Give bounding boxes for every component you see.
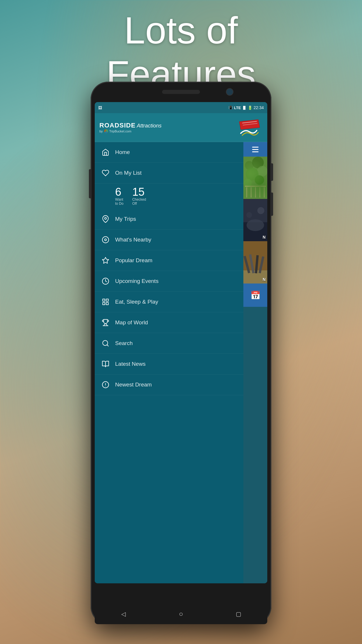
status-left: 🖼	[98, 106, 102, 110]
on-my-list-label: On My List	[115, 170, 142, 176]
menu-item-search[interactable]: Search	[95, 333, 243, 354]
svg-point-5	[105, 239, 107, 241]
svg-point-32	[247, 219, 264, 231]
vibrate-icon: 📳	[229, 106, 233, 110]
latest-news-label: Latest News	[115, 361, 146, 367]
road-sign-logo	[236, 117, 263, 138]
want-to-do-count: 6	[115, 186, 121, 197]
checked-off-stat: 15 Checked Off	[132, 186, 146, 206]
svg-point-19	[252, 157, 264, 168]
menu-item-home[interactable]: Home	[95, 142, 243, 163]
menu-item-eat-sleep-play[interactable]: Eat, Sleep & Play	[95, 292, 243, 312]
svg-rect-25	[246, 187, 247, 197]
signal-text: LTE	[234, 106, 241, 110]
logo-main: ROADSIDE Attractions	[99, 122, 161, 129]
logo-attractions-text: Attractions	[137, 123, 161, 129]
svg-rect-26	[251, 187, 252, 197]
phone-button-left	[89, 169, 91, 198]
menu-item-popular-dream[interactable]: Popular Dream	[95, 250, 243, 271]
svg-rect-11	[106, 302, 108, 305]
hamburger-button[interactable]	[243, 142, 267, 157]
status-bar: 🖼 📳 LTE ▐▌ 🔋 22:34	[95, 102, 267, 113]
status-image-icon: 🖼	[98, 106, 102, 110]
menu-item-map-of-world[interactable]: Map of World	[95, 312, 243, 333]
phone-device: 🖼 📳 LTE ▐▌ 🔋 22:34 ROADSIDE Attractions …	[91, 82, 271, 624]
home-icon	[101, 147, 110, 157]
eat-sleep-play-label: Eat, Sleep & Play	[115, 299, 158, 305]
nav-recents-button[interactable]	[233, 608, 244, 620]
logo-roadside-text: ROADSIDE	[99, 122, 136, 129]
svg-point-34	[246, 212, 252, 218]
photo-thumb-2[interactable]: N	[243, 199, 267, 241]
menu-item-my-trips[interactable]: My Trips	[95, 209, 243, 230]
tripbucket-text: TripBucket.com	[109, 130, 131, 133]
menu-panel: Home On My List 6 Want to Do	[95, 142, 243, 583]
map-of-world-label: Map of World	[115, 319, 148, 326]
svg-point-21	[246, 168, 259, 181]
app-logo: ROADSIDE Attractions by TripBucket.com	[99, 122, 161, 133]
calendar-icon: 📅	[250, 290, 261, 300]
status-time: 22:34	[254, 105, 264, 110]
whats-nearby-label: What's Nearby	[115, 237, 151, 243]
battery-icon: 🔋	[248, 106, 252, 110]
svg-point-3	[105, 217, 107, 219]
my-trips-label: My Trips	[115, 216, 136, 222]
checked-off-count: 15	[132, 186, 145, 197]
map-pin-icon	[101, 214, 110, 224]
photo-thumb-1[interactable]	[243, 157, 267, 199]
info-icon	[101, 380, 110, 390]
phone-screen: 🖼 📳 LTE ▐▌ 🔋 22:34 ROADSIDE Attractions …	[95, 102, 267, 583]
nav-home-button[interactable]	[175, 608, 187, 620]
star-icon	[101, 256, 110, 265]
hamburger-line-2	[252, 149, 259, 150]
photo-thumb-3[interactable]: N	[243, 241, 267, 284]
phone-nav-bar	[95, 604, 267, 624]
svg-point-4	[102, 237, 109, 243]
svg-point-33	[257, 207, 264, 214]
status-right: 📳 LTE ▐▌ 🔋 22:34	[229, 105, 264, 110]
right-panel: N N 📅	[243, 142, 267, 583]
svg-rect-17	[243, 157, 267, 199]
search-icon	[101, 338, 110, 348]
photo-2-letter: N	[263, 235, 266, 239]
svg-rect-27	[255, 187, 256, 197]
on-my-list-stats: 6 Want to Do 15 Checked Off	[95, 183, 243, 209]
menu-item-newest-dream[interactable]: Newest Dream	[95, 374, 243, 395]
logo-byline: by TripBucket.com	[99, 129, 161, 133]
svg-rect-24	[245, 186, 266, 187]
menu-item-latest-news[interactable]: Latest News	[95, 354, 243, 374]
calendar-button[interactable]: 📅	[243, 284, 267, 307]
screen-content: Home On My List 6 Want to Do	[95, 142, 267, 583]
svg-line-13	[107, 345, 108, 346]
globe-icon	[104, 129, 108, 133]
search-label: Search	[115, 340, 133, 346]
svg-rect-8	[103, 299, 105, 301]
svg-rect-10	[103, 302, 105, 305]
upcoming-events-label: Upcoming Events	[115, 278, 159, 284]
svg-point-18	[245, 161, 254, 170]
phone-camera	[226, 88, 233, 96]
phone-speaker	[162, 90, 200, 94]
hamburger-line-3	[252, 151, 259, 152]
want-to-do-stat: 6 Want to Do	[115, 186, 124, 206]
by-text: by	[99, 130, 103, 133]
menu-item-whats-nearby[interactable]: What's Nearby	[95, 230, 243, 250]
photo-3-letter: N	[263, 277, 266, 282]
want-to-do-label: Want to Do	[115, 197, 124, 206]
svg-rect-28	[259, 187, 260, 197]
signal-bars: ▐▌	[242, 106, 247, 109]
home-label: Home	[115, 149, 130, 155]
phone-button-right	[271, 163, 273, 181]
hamburger-icon	[252, 147, 259, 152]
svg-rect-29	[264, 187, 265, 197]
menu-item-upcoming-events[interactable]: Upcoming Events	[95, 271, 243, 292]
svg-rect-9	[106, 299, 108, 301]
svg-marker-6	[102, 257, 109, 263]
location-icon	[101, 235, 110, 245]
newest-dream-label: Newest Dream	[115, 382, 152, 388]
nav-back-button[interactable]	[118, 608, 129, 620]
checked-off-label: Checked Off	[132, 197, 146, 206]
menu-item-on-my-list[interactable]: On My List	[95, 163, 243, 183]
heart-icon	[101, 168, 110, 178]
svg-point-22	[255, 175, 264, 185]
